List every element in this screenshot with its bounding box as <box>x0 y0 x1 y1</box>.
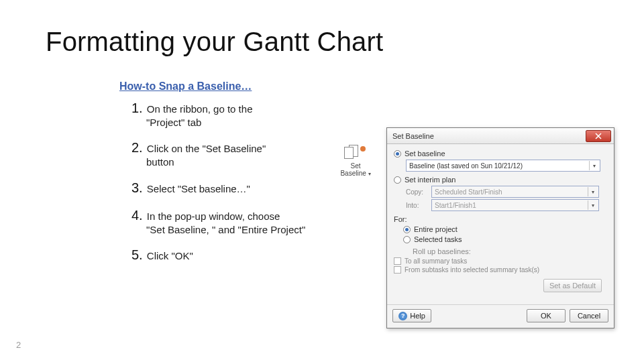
radio-icon <box>394 150 401 158</box>
cancel-button[interactable]: Cancel <box>570 309 608 322</box>
radio-label: Entire project <box>414 225 458 233</box>
radio-icon <box>403 236 411 243</box>
chevron-down-icon: ▾ <box>588 200 597 210</box>
dialog-titlebar: Set Baseline <box>387 128 614 144</box>
step-number: 5. <box>131 247 143 262</box>
step-3: 3. Select "Set baseline…" <box>131 179 333 197</box>
step-text: Click on the "Set Baseline" <box>147 143 266 154</box>
radio-set-baseline[interactable]: Set baseline <box>394 149 607 158</box>
step-number: 2. <box>131 140 143 155</box>
checkbox-label: From subtasks into selected summary task… <box>405 266 539 274</box>
button-label: Cancel <box>578 312 600 320</box>
radio-icon <box>403 226 411 233</box>
step-text-cont: "Set Baseline, " and "Entire Project" <box>131 223 333 237</box>
button-label: Help <box>410 312 425 320</box>
radio-label: Selected tasks <box>414 235 462 243</box>
into-label: Into: <box>406 202 427 209</box>
checkbox-from-subtasks[interactable]: From subtasks into selected summary task… <box>394 266 607 274</box>
step-text: Select "Set baseline…" <box>147 183 250 194</box>
ribbon-label-2: Baseline <box>340 170 366 177</box>
set-baseline-icon <box>344 145 367 161</box>
step-number: 4. <box>131 208 143 223</box>
radio-label: Set interim plan <box>405 176 455 184</box>
page-number: 2 <box>16 340 21 350</box>
set-baseline-ribbon-button[interactable]: Set Baseline ▾ <box>335 145 376 177</box>
for-label: For: <box>394 215 607 223</box>
step-number: 3. <box>131 180 143 195</box>
checkbox-icon <box>394 257 401 265</box>
step-2: 2. Click on the "Set Baseline" button <box>131 139 333 169</box>
button-label: OK <box>541 312 551 320</box>
step-text: In the pop-up window, choose <box>147 210 280 222</box>
button-label: Set as Default <box>549 282 596 290</box>
radio-label: Set baseline <box>405 149 445 158</box>
step-text: Click "OK" <box>147 250 193 261</box>
chevron-down-icon: ▾ <box>589 161 598 170</box>
copy-combobox[interactable]: Scheduled Start/Finish ▾ <box>431 186 599 198</box>
ok-button[interactable]: OK <box>527 309 566 322</box>
ribbon-label-1: Set <box>335 162 376 170</box>
close-button[interactable] <box>586 130 611 142</box>
step-text-cont: "Project" tab <box>131 116 333 129</box>
steps-list: 1. On the ribbon, go to the "Project" ta… <box>131 99 333 274</box>
combo-value: Baseline (last saved on Sun 10/21/12) <box>409 162 523 170</box>
copy-label: Copy: <box>406 188 427 196</box>
set-baseline-dialog: Set Baseline Set baseline Baseline (last… <box>386 127 614 328</box>
step-5: 5. Click "OK" <box>131 246 333 264</box>
step-text-cont: button <box>131 156 333 169</box>
chevron-down-icon: ▾ <box>368 171 371 177</box>
into-combobox[interactable]: Start1/Finish1 ▾ <box>431 199 599 211</box>
step-1: 1. On the ribbon, go to the "Project" ta… <box>131 99 333 129</box>
baseline-combobox[interactable]: Baseline (last saved on Sun 10/21/12) ▾ <box>406 160 600 172</box>
step-number: 1. <box>131 101 143 115</box>
set-as-default-button[interactable]: Set as Default <box>543 279 602 292</box>
close-icon <box>595 133 602 139</box>
rollup-label: Roll up baselines: <box>413 247 607 255</box>
checkbox-icon <box>394 266 401 274</box>
checkbox-label: To all summary tasks <box>405 257 467 265</box>
page-title: Formatting your Gantt Chart <box>46 27 383 57</box>
checkbox-to-all-summary[interactable]: To all summary tasks <box>394 257 607 265</box>
radio-entire-project[interactable]: Entire project <box>403 225 607 233</box>
howto-subtitle: How-to Snap a Baseline… <box>119 80 252 93</box>
dialog-title: Set Baseline <box>392 132 586 140</box>
radio-selected-tasks[interactable]: Selected tasks <box>403 235 607 243</box>
radio-set-interim-plan[interactable]: Set interim plan <box>394 176 607 184</box>
help-icon: ? <box>398 312 407 320</box>
help-button[interactable]: ? Help <box>392 309 431 322</box>
radio-icon <box>394 176 401 184</box>
chevron-down-icon: ▾ <box>588 187 597 196</box>
combo-value: Scheduled Start/Finish <box>435 188 502 196</box>
combo-value: Start1/Finish1 <box>435 202 476 209</box>
step-4: 4. In the pop-up window, choose "Set Bas… <box>131 206 333 237</box>
step-text: On the ribbon, go to the <box>147 103 253 115</box>
